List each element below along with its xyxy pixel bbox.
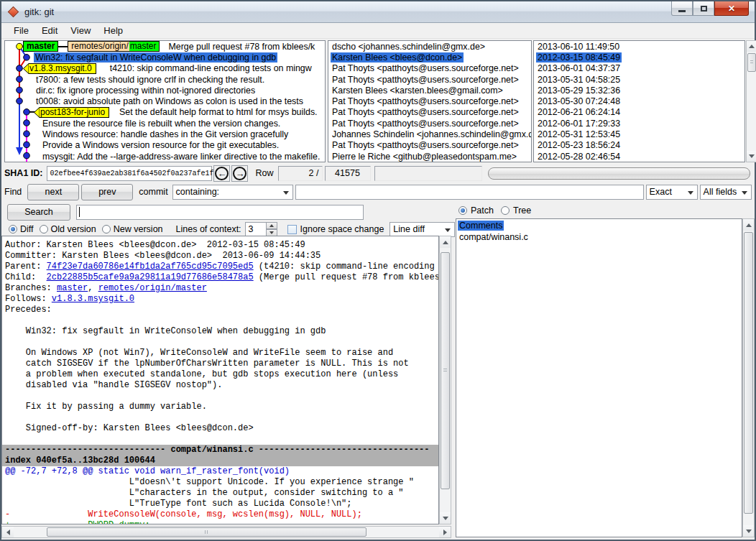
scrollbar-thumb[interactable]	[441, 252, 450, 489]
commit-date-row[interactable]: 2012-06-21 06:24:14	[534, 107, 745, 118]
commit-author-row[interactable]: dscho <johannes.schindelin@gmx.de>	[328, 41, 531, 52]
commit-author-row[interactable]: Johannes Schindelin <johannes.schindelin…	[328, 129, 531, 139]
commit-date-row[interactable]: 2012-05-28 02:46:54	[534, 151, 745, 162]
commit-date-pane[interactable]: 2013-06-10 11:49:502012-03-15 08:45:4920…	[533, 40, 745, 162]
commit-graph-pane[interactable]: masterremotes/origin/masterMerge pull re…	[4, 40, 326, 162]
commit-row[interactable]: msysgit: Add the --large-address-aware l…	[5, 151, 325, 162]
titlebar[interactable]: gitk: git ✕	[1, 1, 755, 23]
scrollbar-thumb[interactable]	[744, 232, 753, 514]
scrollbar-thumb[interactable]	[747, 53, 756, 72]
menu-edit[interactable]: Edit	[35, 24, 64, 37]
sha1-input[interactable]: 02efbee4f639ae2ab381f6a4502f0a237afe1f01	[47, 166, 212, 181]
scroll-left-button[interactable]	[2, 527, 14, 537]
arrow-up-icon	[443, 241, 448, 244]
tree-radio[interactable]	[501, 206, 510, 215]
patch-radio[interactable]	[458, 206, 467, 215]
commit-row[interactable]: post183-for-junioSet the default help fo…	[5, 107, 325, 118]
commit-link[interactable]: 2cb22885b5cafe9a9a29811a19d77686e58478a5	[47, 272, 254, 282]
commit-date-row[interactable]: 2013-06-10 11:49:50	[534, 41, 745, 52]
tag-label[interactable]: v1.8.3.msysgit.0	[23, 63, 96, 74]
commit-author-pane[interactable]: dscho <johannes.schindelin@gmx.de>Karste…	[328, 40, 532, 162]
commit-date-row[interactable]: 2012-06-01 17:29:33	[534, 118, 745, 129]
commit-row[interactable]: Ensure the resource file is rebuilt when…	[5, 118, 325, 129]
commit-row[interactable]: masterremotes/origin/masterMerge pull re…	[5, 41, 325, 52]
commit-date-row[interactable]: 2013-05-29 15:32:36	[534, 85, 745, 96]
tag-label-text: post183-for-junio	[40, 107, 109, 118]
scrollbar-thumb[interactable]	[47, 527, 367, 537]
maximize-button[interactable]	[693, 1, 714, 16]
commit-row[interactable]: Windows resource: handle dashes in the G…	[5, 129, 325, 139]
find-exact-dropdown[interactable]: Exact	[646, 185, 698, 200]
history-forward-button[interactable]: →	[231, 165, 248, 182]
ignore-space-checkbox[interactable]	[287, 225, 297, 234]
search-input[interactable]	[76, 205, 364, 220]
scroll-down-button[interactable]	[440, 512, 451, 524]
new-version-radio[interactable]	[102, 225, 111, 233]
arrow-right-icon	[443, 530, 447, 535]
scroll-up-button[interactable]	[747, 41, 756, 52]
commit-author-row[interactable]: Karsten Blees <karsten.blees@gmail.com>	[328, 85, 531, 96]
commit-date-row[interactable]: 2012-03-15 08:45:49	[534, 52, 745, 63]
file-name: Comments	[458, 221, 504, 231]
detail-vertical-scrollbar[interactable]	[439, 236, 451, 524]
old-version-radio[interactable]	[40, 225, 48, 233]
commit-row[interactable]: Provide a Windows version resource for t…	[5, 140, 325, 151]
menu-file[interactable]: File	[7, 24, 35, 37]
commit-author-row[interactable]: Pat Thoyts <patthoyts@users.sourceforge.…	[328, 74, 531, 85]
commit-row[interactable]: v1.8.3.msysgit.0t4210: skip command-line…	[5, 63, 325, 74]
commit-author-row[interactable]: Pat Thoyts <patthoyts@users.sourceforge.…	[328, 118, 531, 129]
file-list-item[interactable]: Comments	[456, 220, 742, 231]
commit-link[interactable]: master	[57, 283, 88, 293]
commit-detail-pane[interactable]: Author: Karsten Blees <blees@dcon.de> 20…	[1, 236, 439, 524]
commit-row[interactable]: dir.c: fix ignore processing within not-…	[5, 85, 325, 96]
lines-of-context-spinner[interactable]: 3	[245, 222, 277, 237]
find-match-dropdown[interactable]: containing:	[172, 185, 293, 200]
commit-link[interactable]: remotes/origin/master	[98, 283, 207, 293]
file-list-pane[interactable]: Commentscompat/winansi.c	[456, 218, 742, 537]
scroll-up-button[interactable]	[743, 219, 754, 231]
commit-date-row[interactable]: 2013-05-31 04:58:25	[534, 74, 745, 85]
menu-view[interactable]: View	[64, 24, 97, 37]
commit-row[interactable]: t7800: a few tests should ignore crlf in…	[5, 74, 325, 85]
commit-date-row[interactable]: 2012-05-31 12:53:45	[534, 129, 745, 139]
scroll-up-button[interactable]	[440, 236, 451, 248]
diff-radio[interactable]	[9, 225, 17, 233]
minimize-button[interactable]	[671, 1, 693, 16]
find-query-input[interactable]	[295, 185, 644, 200]
commit-date-row[interactable]: 2013-05-30 07:24:48	[534, 96, 745, 106]
scroll-down-button[interactable]	[743, 525, 754, 537]
head-ref-label[interactable]: master	[23, 41, 58, 52]
close-button[interactable]: ✕	[714, 1, 749, 16]
commit-author-row[interactable]: Pat Thoyts <patthoyts@users.sourceforge.…	[328, 140, 531, 151]
commit-row[interactable]: t0008: avoid absolute path on Windows as…	[5, 96, 325, 106]
commit-link[interactable]: v1.8.3.msysgit.0	[52, 294, 134, 304]
commit-date-row[interactable]: 2012-05-23 18:56:24	[534, 140, 745, 151]
commit-row[interactable]: Win32: fix segfault in WriteConsoleW whe…	[5, 52, 325, 63]
commit-author-row[interactable]: Pat Thoyts <patthoyts@users.sourceforge.…	[328, 63, 531, 74]
spin-up-button[interactable]	[267, 222, 277, 230]
search-button[interactable]: Search	[7, 204, 70, 221]
row-label: Row	[255, 168, 273, 178]
commit-author-row[interactable]: Karsten Blees <blees@dcon.de>	[328, 52, 531, 63]
find-next-button[interactable]: next	[27, 184, 79, 200]
file-list-item[interactable]: compat/winansi.c	[456, 231, 742, 243]
commit-author-row[interactable]: Pierre le Riche <github@pleasedontspam.m…	[328, 151, 531, 162]
diff-line: ------------------------------- compat/w…	[2, 445, 438, 456]
remote-ref-label[interactable]: remotes/origin/master	[68, 41, 160, 52]
find-prev-button[interactable]: prev	[81, 184, 133, 200]
commit-author-row[interactable]: Pat Thoyts <patthoyts@users.sourceforge.…	[328, 96, 531, 106]
diff-line: catch SIGSEGV if the lpNumberOfCharsWrit…	[5, 359, 438, 369]
file-list-scrollbar[interactable]	[742, 218, 755, 537]
scroll-right-button[interactable]	[439, 527, 451, 537]
diff-mode-dropdown[interactable]: Line diff	[389, 222, 455, 237]
commit-date-row[interactable]: 2013-06-01 04:37:37	[534, 63, 745, 74]
tag-label[interactable]: post183-for-junio	[34, 107, 109, 118]
commit-author-row[interactable]: Pat Thoyts <patthoyts@users.sourceforge.…	[328, 107, 531, 118]
commit-list-scrollbar[interactable]	[746, 40, 756, 162]
scroll-down-button[interactable]	[747, 151, 756, 162]
commit-link[interactable]: 74f23e7da60786e14fb1da2af765cd95c7095ed5	[47, 262, 254, 272]
menu-help[interactable]: Help	[97, 24, 129, 37]
detail-horizontal-scrollbar[interactable]	[1, 526, 451, 538]
history-back-button[interactable]: ←	[213, 165, 230, 182]
find-fields-dropdown[interactable]: All fields	[700, 185, 752, 200]
